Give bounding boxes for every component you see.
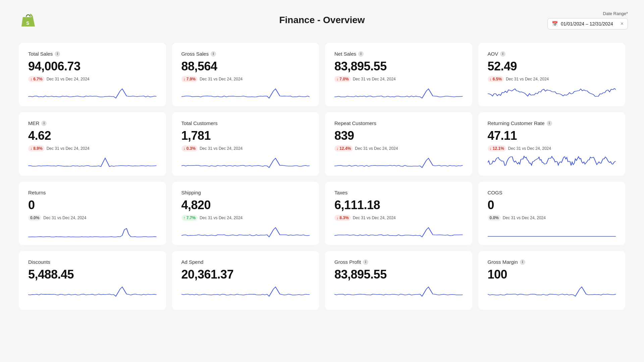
shipping-sparkline <box>181 225 310 238</box>
ad-spend-value: 20,361.37 <box>181 267 310 282</box>
date-range-section: Date Range* 📅 01/01/2024 – 12/31/2024 × <box>547 11 628 29</box>
cogs-value: 0 <box>488 198 616 212</box>
card-mer: MERi4.62↓ 8.9%Dec 31 vs Dec 24, 2024 <box>19 112 166 176</box>
aov-badge: ↓ 6.5% <box>488 76 504 82</box>
cogs-title: COGS <box>488 190 616 195</box>
taxes-meta: ↓ 8.3%Dec 31 vs Dec 24, 2024 <box>334 215 463 221</box>
total-sales-value: 94,006.73 <box>28 59 157 73</box>
taxes-value: 6,111.18 <box>334 198 463 212</box>
mer-compare: Dec 31 vs Dec 24, 2024 <box>47 146 90 151</box>
total-sales-compare: Dec 31 vs Dec 24, 2024 <box>47 77 90 81</box>
gross-margin-value: 100 <box>488 267 616 282</box>
returns-title: Returns <box>28 190 157 195</box>
gross-margin-title: Gross Margini <box>488 259 616 265</box>
card-net-sales: Net Salesi83,895.55↓ 7.0%Dec 31 vs Dec 2… <box>325 43 472 106</box>
gross-sales-value: 88,564 <box>181 59 310 73</box>
aov-info-icon[interactable]: i <box>500 51 505 57</box>
card-returning-customer-rate: Returning Customer Ratei47.11↓ 12.1%Dec … <box>478 112 626 176</box>
net-sales-badge: ↓ 7.0% <box>334 76 351 82</box>
date-range-label: Date Range* <box>603 11 628 16</box>
discounts-sparkline <box>28 284 157 298</box>
repeat-customers-compare: Dec 31 vs Dec 24, 2024 <box>355 146 398 151</box>
net-sales-value: 83,895.55 <box>334 59 463 73</box>
returning-customer-rate-compare: Dec 31 vs Dec 24, 2024 <box>508 146 551 151</box>
total-customers-meta: ↓ 0.3%Dec 31 vs Dec 24, 2024 <box>181 145 310 152</box>
metrics-grid: Total Salesi94,006.73↓ 6.7%Dec 31 vs Dec… <box>0 38 644 315</box>
repeat-customers-title: Repeat Customers <box>334 120 463 126</box>
calendar-icon: 📅 <box>552 21 558 27</box>
returning-customer-rate-sparkline <box>488 156 616 169</box>
aov-title: AOVi <box>488 51 616 57</box>
gross-sales-info-icon[interactable]: i <box>211 51 216 57</box>
total-customers-value: 1,781 <box>181 129 310 143</box>
returning-customer-rate-title: Returning Customer Ratei <box>488 120 616 126</box>
gross-margin-sparkline <box>488 284 616 298</box>
card-total-customers: Total Customers1,781↓ 0.3%Dec 31 vs Dec … <box>172 112 319 176</box>
returns-meta: 0.0%Dec 31 vs Dec 24, 2024 <box>28 215 157 221</box>
date-range-picker[interactable]: 📅 01/01/2024 – 12/31/2024 × <box>547 18 628 29</box>
mer-badge: ↓ 8.9% <box>28 145 45 152</box>
gross-sales-meta: ↓ 7.9%Dec 31 vs Dec 24, 2024 <box>181 76 310 82</box>
cogs-badge: 0.0% <box>488 215 501 221</box>
mer-value: 4.62 <box>28 129 157 143</box>
aov-sparkline <box>488 86 616 100</box>
aov-compare: Dec 31 vs Dec 24, 2024 <box>506 77 549 81</box>
net-sales-meta: ↓ 7.0%Dec 31 vs Dec 24, 2024 <box>334 76 463 82</box>
page-header: S Finance - Overview Date Range* 📅 01/01… <box>0 0 644 38</box>
card-gross-sales: Gross Salesi88,564↓ 7.9%Dec 31 vs Dec 24… <box>172 43 319 106</box>
taxes-title: Taxes <box>334 190 463 195</box>
cogs-compare: Dec 31 vs Dec 24, 2024 <box>503 216 546 220</box>
shipping-compare: Dec 31 vs Dec 24, 2024 <box>200 216 243 220</box>
total-sales-info-icon[interactable]: i <box>55 51 60 57</box>
aov-value: 52.49 <box>488 59 616 73</box>
cogs-meta: 0.0%Dec 31 vs Dec 24, 2024 <box>488 215 616 221</box>
card-shipping: Shipping4,820↑ 7.7%Dec 31 vs Dec 24, 202… <box>172 182 319 245</box>
close-icon[interactable]: × <box>621 21 624 27</box>
returns-compare: Dec 31 vs Dec 24, 2024 <box>43 216 86 220</box>
net-sales-sparkline <box>334 86 463 100</box>
shipping-badge: ↑ 7.7% <box>181 215 198 221</box>
mer-sparkline <box>28 156 157 169</box>
returning-customer-rate-meta: ↓ 12.1%Dec 31 vs Dec 24, 2024 <box>488 145 616 152</box>
net-sales-compare: Dec 31 vs Dec 24, 2024 <box>353 77 396 81</box>
returns-sparkline <box>28 225 157 238</box>
svg-text:S: S <box>26 20 29 26</box>
total-customers-sparkline <box>181 156 310 169</box>
taxes-sparkline <box>334 225 463 238</box>
card-taxes: Taxes6,111.18↓ 8.3%Dec 31 vs Dec 24, 202… <box>325 182 472 245</box>
card-total-sales: Total Salesi94,006.73↓ 6.7%Dec 31 vs Dec… <box>19 43 166 106</box>
repeat-customers-badge: ↓ 12.4% <box>334 145 353 152</box>
returning-customer-rate-info-icon[interactable]: i <box>547 121 552 126</box>
gross-sales-badge: ↓ 7.9% <box>181 76 198 82</box>
net-sales-info-icon[interactable]: i <box>358 51 364 57</box>
date-range-value: 01/01/2024 – 12/31/2024 <box>561 21 613 26</box>
taxes-badge: ↓ 8.3% <box>334 215 351 221</box>
gross-margin-info-icon[interactable]: i <box>520 259 525 265</box>
shipping-title: Shipping <box>181 190 310 195</box>
page-title: Finance - Overview <box>279 15 365 25</box>
taxes-compare: Dec 31 vs Dec 24, 2024 <box>353 216 396 220</box>
returning-customer-rate-badge: ↓ 12.1% <box>488 145 506 152</box>
card-returns: Returns00.0%Dec 31 vs Dec 24, 2024 <box>19 182 166 245</box>
total-sales-title: Total Salesi <box>28 51 157 57</box>
card-gross-margin: Gross Margini100 <box>478 251 626 310</box>
ad-spend-sparkline <box>181 284 310 298</box>
total-sales-badge: ↓ 6.7% <box>28 76 45 82</box>
total-customers-compare: Dec 31 vs Dec 24, 2024 <box>200 146 243 151</box>
repeat-customers-value: 839 <box>334 129 463 143</box>
discounts-value: 5,488.45 <box>28 267 157 282</box>
returns-value: 0 <box>28 198 157 212</box>
aov-meta: ↓ 6.5%Dec 31 vs Dec 24, 2024 <box>488 76 616 82</box>
returning-customer-rate-value: 47.11 <box>488 129 616 143</box>
repeat-customers-meta: ↓ 12.4%Dec 31 vs Dec 24, 2024 <box>334 145 463 152</box>
total-sales-sparkline <box>28 86 157 100</box>
cogs-sparkline <box>488 225 616 238</box>
card-aov: AOVi52.49↓ 6.5%Dec 31 vs Dec 24, 2024 <box>478 43 626 106</box>
mer-meta: ↓ 8.9%Dec 31 vs Dec 24, 2024 <box>28 145 157 152</box>
total-customers-badge: ↓ 0.3% <box>181 145 198 152</box>
gross-profit-info-icon[interactable]: i <box>363 259 368 265</box>
gross-sales-title: Gross Salesi <box>181 51 310 57</box>
gross-sales-compare: Dec 31 vs Dec 24, 2024 <box>200 77 243 81</box>
gross-profit-sparkline <box>334 284 463 298</box>
mer-info-icon[interactable]: i <box>41 121 47 126</box>
